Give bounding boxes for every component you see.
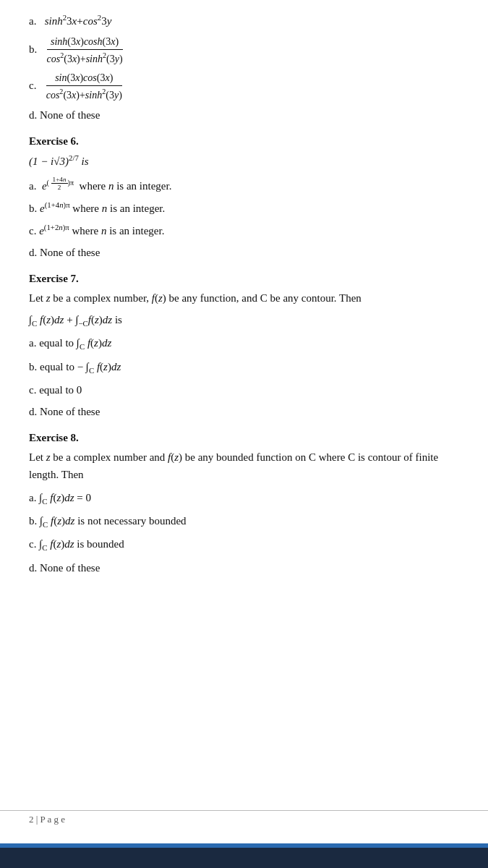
ex7-option-b: b. equal to − ∫C f(z)dz [29, 358, 459, 377]
ex5-a-label: a. [29, 15, 36, 27]
ex5-c-label: c. [29, 80, 36, 91]
ex8-option-b: b. ∫C f(z)dz is not necessary bounded [29, 512, 459, 531]
exercise-7-title: Exercise 7. [29, 273, 459, 285]
bottom-dark-bar [0, 848, 488, 868]
ex5-option-a: a. sinh23x+cos23y [29, 12, 459, 30]
ex6-option-d: d. None of these [29, 244, 459, 261]
exercise-8-title: Exercise 8. [29, 432, 459, 444]
ex6-option-c: c. e(1+2n)π where n is an integer. [29, 221, 459, 239]
ex6-option-b: b. e(1+4n)π where n is an integer. [29, 199, 459, 217]
ex5-c-fraction: sin(3x)cos(3x) cos2(3x)+sinh2(3y) [46, 72, 122, 102]
ex5-b-denominator: cos2(3x)+sinh2(3y) [47, 50, 123, 66]
ex8-description: Let z be a complex number and f(z) be an… [29, 448, 459, 483]
ex5-b-label: b. [29, 43, 37, 55]
ex5-option-c: c. sin(3x)cos(3x) cos2(3x)+sinh2(3y) [29, 72, 459, 102]
ex7-description: Let z be a complex number, f(z) be any f… [29, 289, 459, 307]
ex5-c-denominator: cos2(3x)+sinh2(3y) [46, 86, 122, 102]
ex5-a-expr: sinh23x+cos23y [45, 15, 112, 27]
page-footer: 2 | P a g e [0, 810, 488, 828]
ex7-option-d: d. None of these [29, 403, 459, 420]
ex5-b-fraction: sinh(3x)cosh(3x) cos2(3x)+sinh2(3y) [47, 35, 123, 66]
ex7-integral-expression: ∫C f(z)dz + ∫−Cf(z)dz is [29, 311, 459, 330]
ex8-option-d: d. None of these [29, 559, 459, 576]
ex5-option-b: b. sinh(3x)cosh(3x) cos2(3x)+sinh2(3y) [29, 35, 459, 66]
ex5-option-d: d. None of these [29, 106, 459, 124]
page-content: a. sinh23x+cos23y b. sinh(3x)cosh(3x) co… [0, 0, 488, 624]
ex7-option-c: c. equal to 0 [29, 381, 459, 399]
ex5-c-numerator: sin(3x)cos(3x) [46, 72, 122, 86]
ex6-question: (1 − i√3)2/7 is [29, 152, 459, 170]
ex8-option-c: c. ∫C f(z)dz is bounded [29, 535, 459, 554]
ex8-option-a: a. ∫C f(z)dz = 0 [29, 489, 459, 508]
ex5-b-numerator: sinh(3x)cosh(3x) [47, 35, 123, 50]
ex5-d-label: d. None of these [29, 109, 100, 121]
exercise-6-title: Exercise 6. [29, 135, 459, 148]
page-number: 2 | P a g e [29, 814, 65, 825]
ex7-option-a: a. equal to ∫C f(z)dz [29, 334, 459, 353]
ex6-option-a-rendered: a. e( 1+4n 2 )π where n is an integer. [29, 176, 459, 195]
